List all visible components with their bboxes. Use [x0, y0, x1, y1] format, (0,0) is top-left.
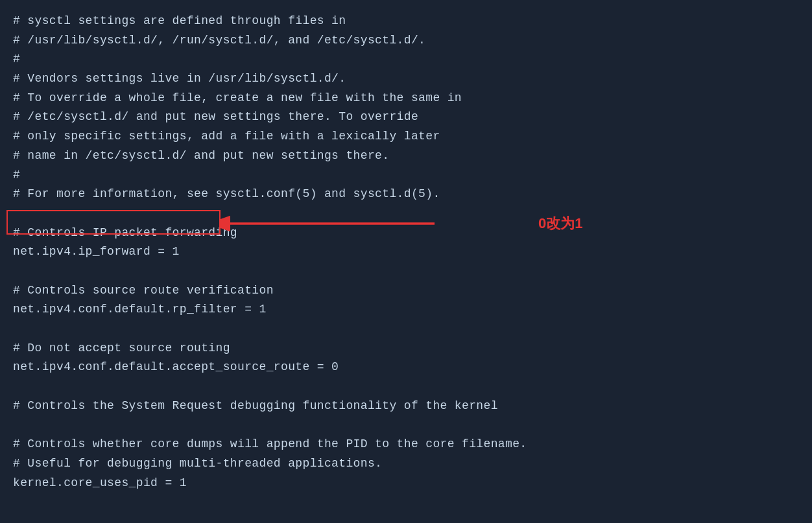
- code-line: # Controls the System Request debugging …: [13, 397, 799, 416]
- code-line: # Controls source route verification: [13, 281, 799, 301]
- code-line: # /usr/lib/sysctl.d/, /run/sysctl.d/, an…: [13, 31, 799, 51]
- code-line: # For more information, see sysctl.conf(…: [13, 185, 799, 204]
- terminal-window: # sysctl settings are defined through fi…: [0, 0, 812, 523]
- code-line: # Vendors settings live in /usr/lib/sysc…: [13, 69, 799, 89]
- code-line: net.ipv4.ip_forward = 1: [13, 242, 799, 262]
- code-line: [13, 320, 799, 339]
- code-line: # name in /etc/sysctl.d/ and put new set…: [13, 146, 799, 166]
- code-line: [13, 204, 799, 224]
- code-line: # only specific settings, add a file wit…: [13, 127, 799, 146]
- code-line: # /etc/sysctl.d/ and put new settings th…: [13, 108, 799, 127]
- code-line: #: [13, 166, 799, 185]
- code-line: net.ipv4.conf.default.accept_source_rout…: [13, 358, 799, 377]
- code-line: # Controls whether core dumps will appen…: [13, 435, 799, 454]
- code-line: # To override a whole file, create a new…: [13, 89, 799, 108]
- code-line: kernel.core_uses_pid = 1: [13, 474, 799, 493]
- code-line: [13, 415, 799, 435]
- code-line: [13, 377, 799, 397]
- code-line: # Do not accept source routing: [13, 339, 799, 358]
- code-line: net.ipv4.conf.default.rp_filter = 1: [13, 300, 799, 320]
- code-line: [13, 262, 799, 281]
- code-line: # Controls IP packet forwarding: [13, 224, 799, 243]
- code-line: # Useful for debugging multi-threaded ap…: [13, 454, 799, 474]
- code-content: # sysctl settings are defined through fi…: [13, 12, 799, 493]
- code-line: #: [13, 50, 799, 69]
- code-line: # sysctl settings are defined through fi…: [13, 12, 799, 31]
